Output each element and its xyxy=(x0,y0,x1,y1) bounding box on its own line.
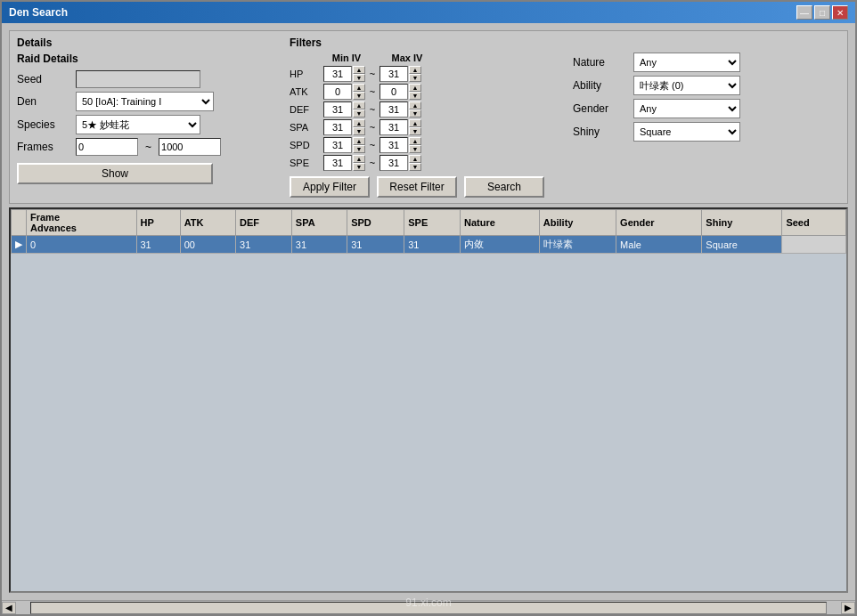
iv-max-spd-input[interactable] xyxy=(380,137,408,153)
min-iv-header: Min IV xyxy=(323,53,370,63)
table-header: FrameAdvances HP ATK DEF SPA SPD SPE Nat… xyxy=(12,210,846,236)
iv-min-spa-input[interactable] xyxy=(323,119,352,135)
gender-select[interactable]: Any xyxy=(633,99,740,118)
filters-body: Min IV Max IV HP ▲ ▼ xyxy=(290,53,840,198)
iv-max-spd-up[interactable]: ▲ xyxy=(409,137,421,145)
iv-min-spd-up[interactable]: ▲ xyxy=(353,137,365,145)
frames-label: Frames xyxy=(17,141,70,153)
row-seed-cell xyxy=(782,236,846,254)
row-arrow-cell: ▶ xyxy=(12,236,27,254)
iv-max-spd-down[interactable]: ▼ xyxy=(409,145,421,153)
shiny-label: Shiny xyxy=(573,126,626,138)
col-nature: Nature xyxy=(461,210,540,236)
iv-min-def-spinner: ▲ ▼ xyxy=(323,101,365,118)
row-spe-cell: 31 xyxy=(404,236,461,254)
iv-min-hp-input[interactable] xyxy=(323,66,352,82)
scroll-right-btn[interactable]: ▶ xyxy=(841,602,855,614)
frames-max-input[interactable] xyxy=(159,138,221,156)
nature-select[interactable]: Any xyxy=(633,53,740,72)
iv-max-atk-up[interactable]: ▲ xyxy=(409,84,421,92)
iv-max-spe-up[interactable]: ▲ xyxy=(409,155,421,163)
iv-min-atk-input[interactable] xyxy=(323,84,352,100)
details-label: Details xyxy=(17,36,275,49)
iv-header-row: Min IV Max IV xyxy=(290,53,544,63)
filters-label: Filters xyxy=(290,36,840,49)
iv-min-hp-down[interactable]: ▼ xyxy=(353,74,365,82)
col-shiny: Shiny xyxy=(702,210,782,236)
gender-label: Gender xyxy=(573,102,626,115)
iv-min-spa-up[interactable]: ▲ xyxy=(353,119,365,127)
col-arrow xyxy=(12,210,27,236)
filter-buttons: Apply Filter Reset Filter Search xyxy=(290,176,544,198)
col-spd: SPD xyxy=(347,210,404,236)
search-button[interactable]: Search xyxy=(464,176,544,198)
iv-max-hp-spinner: ▲ ▼ xyxy=(380,66,421,82)
show-button[interactable]: Show xyxy=(17,163,213,184)
iv-min-spe-down[interactable]: ▼ xyxy=(353,163,365,171)
iv-max-spa-down[interactable]: ▼ xyxy=(409,127,421,135)
results-table: FrameAdvances HP ATK DEF SPA SPD SPE Nat… xyxy=(11,209,846,254)
iv-min-spd-down[interactable]: ▼ xyxy=(353,145,365,153)
den-label: Den xyxy=(17,95,70,108)
iv-max-def-input[interactable] xyxy=(380,101,408,118)
iv-min-atk-up[interactable]: ▲ xyxy=(353,84,365,92)
table-row[interactable]: ▶ 0 31 00 31 31 31 31 内敛 叶绿素 Male Square xyxy=(12,236,846,254)
iv-min-spe-up[interactable]: ▲ xyxy=(353,155,365,163)
close-button[interactable]: ✕ xyxy=(832,5,848,20)
iv-max-hp-down[interactable]: ▼ xyxy=(409,74,421,82)
ability-row: Ability 叶绿素 (0) xyxy=(573,76,822,95)
ability-label: Ability xyxy=(573,79,626,92)
species-select[interactable]: 5★ 妙蛙花 xyxy=(76,115,200,134)
iv-max-def-down[interactable]: ▼ xyxy=(409,109,421,118)
apply-filter-button[interactable]: Apply Filter xyxy=(290,176,370,198)
iv-max-atk-spinner: ▲ ▼ xyxy=(380,84,421,100)
iv-stat-label-spd: SPD xyxy=(290,140,322,150)
main-window: Den Search — □ ✕ Details Raid Details Se… xyxy=(0,0,857,616)
iv-min-def-up[interactable]: ▲ xyxy=(353,101,365,109)
den-select[interactable]: 50 [IoA]: Training I xyxy=(76,92,214,111)
iv-max-atk-input[interactable] xyxy=(380,84,408,100)
iv-max-spe-down[interactable]: ▼ xyxy=(409,163,421,171)
ability-select[interactable]: 叶绿素 (0) xyxy=(633,76,740,95)
iv-max-hp-input[interactable] xyxy=(380,66,408,82)
iv-min-spe-spinner: ▲ ▼ xyxy=(323,155,365,171)
iv-min-atk-spinner: ▲ ▼ xyxy=(323,84,365,100)
shiny-select[interactable]: Square Star Any xyxy=(633,122,740,142)
iv-min-spd-input[interactable] xyxy=(323,137,352,153)
frames-min-input[interactable] xyxy=(76,138,138,156)
iv-stat-label-spe: SPE xyxy=(290,158,322,168)
row-gender-cell: Male xyxy=(616,236,702,254)
raid-details-label: Raid Details xyxy=(17,53,275,65)
iv-stat-label-atk: ATK xyxy=(290,86,322,97)
scroll-left-btn[interactable]: ◀ xyxy=(2,602,16,614)
row-hp-cell: 31 xyxy=(136,236,180,254)
row-nature-cell: 内敛 xyxy=(461,236,540,254)
iv-min-spa-down[interactable]: ▼ xyxy=(353,127,365,135)
minimize-button[interactable]: — xyxy=(796,5,812,20)
iv-min-spe-input[interactable] xyxy=(323,155,352,171)
show-row: Show xyxy=(17,159,275,184)
iv-max-spe-spinner: ▲ ▼ xyxy=(380,155,421,171)
iv-max-spa-up[interactable]: ▲ xyxy=(409,119,421,127)
iv-max-spe-input[interactable] xyxy=(380,155,408,171)
species-label: Species xyxy=(17,118,70,131)
row-frame-cell: 0 xyxy=(27,236,137,254)
iv-min-def-down[interactable]: ▼ xyxy=(353,109,365,118)
nature-row: Nature Any xyxy=(573,53,822,72)
species-row: Species 5★ 妙蛙花 xyxy=(17,115,275,134)
top-panel: Details Raid Details Seed Den 50 [IoA]: … xyxy=(9,30,848,204)
iv-min-hp-up[interactable]: ▲ xyxy=(353,66,365,74)
maximize-button[interactable]: □ xyxy=(814,5,830,20)
iv-max-atk-down[interactable]: ▼ xyxy=(409,92,421,100)
row-spd-cell: 31 xyxy=(347,236,404,254)
iv-min-def-input[interactable] xyxy=(323,101,352,118)
iv-stat-label-spa: SPA xyxy=(290,122,322,133)
row-atk-cell: 00 xyxy=(180,236,235,254)
iv-min-spa-spinner: ▲ ▼ xyxy=(323,119,365,135)
seed-input[interactable] xyxy=(76,70,200,88)
iv-max-hp-up[interactable]: ▲ xyxy=(409,66,421,74)
iv-max-spa-input[interactable] xyxy=(380,119,408,135)
reset-filter-button[interactable]: Reset Filter xyxy=(377,176,457,198)
iv-max-def-up[interactable]: ▲ xyxy=(409,101,421,109)
iv-min-atk-down[interactable]: ▼ xyxy=(353,92,365,100)
